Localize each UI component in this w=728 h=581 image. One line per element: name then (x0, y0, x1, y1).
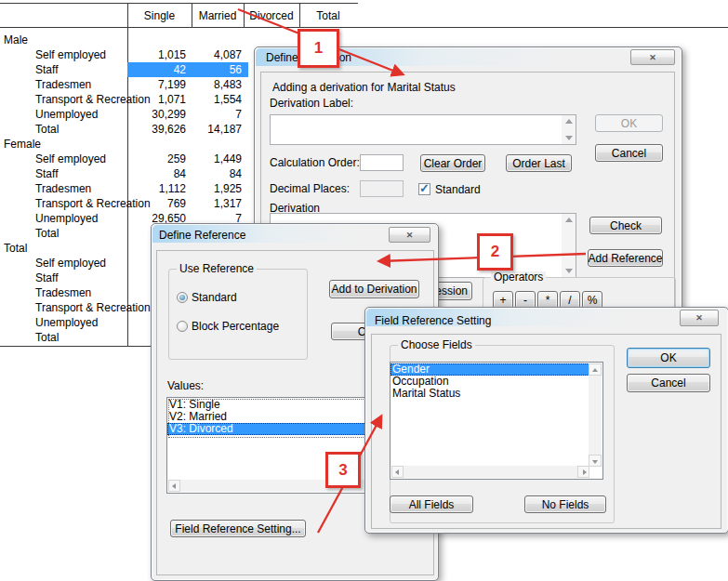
table-cell[interactable]: 7,199 (127, 77, 186, 92)
standard-checkbox[interactable]: ✓ (418, 183, 430, 195)
close-icon[interactable]: ✕ (680, 310, 719, 326)
scroll-left-button[interactable] (391, 466, 404, 478)
derivation-intro-text: Adding a derivation for Marital Status (272, 81, 456, 94)
row-label: Tradesmen (35, 285, 91, 300)
row-label: Unemployed (35, 315, 98, 330)
row-label: Total (35, 226, 59, 241)
table-cell[interactable]: 1,449 (186, 152, 242, 166)
arrow-down-icon (592, 460, 598, 464)
check-button[interactable]: Check (589, 217, 662, 234)
cancel-button[interactable]: Cancel (627, 374, 710, 392)
standard-checkbox-label: Standard (435, 183, 481, 196)
fields-vscrollbar[interactable] (589, 363, 602, 467)
table-cell[interactable]: 7 (186, 107, 242, 122)
callout-2: 2 (477, 233, 513, 271)
table-cell[interactable]: 42 (127, 62, 186, 77)
table-cell[interactable]: 1,925 (186, 181, 242, 196)
column-header-married[interactable]: Married (192, 8, 244, 23)
row-label: Staff (35, 166, 58, 181)
scroll-up-icon (565, 119, 573, 124)
table-cell[interactable]: 769 (127, 196, 186, 211)
scroll-down-button[interactable] (589, 455, 602, 467)
arrow-left-icon (172, 483, 176, 489)
radio-dot-icon (179, 295, 185, 300)
table-cell[interactable]: 30,299 (127, 107, 186, 122)
standard-radio-label: Standard (192, 291, 237, 304)
scroll-down-icon (565, 136, 573, 140)
close-icon[interactable]: ✕ (389, 227, 430, 243)
clear-order-button[interactable]: Clear Order (420, 154, 485, 172)
use-reference-caption: Use Reference (177, 263, 257, 275)
table-cell[interactable]: 14,187 (186, 122, 242, 137)
column-header-single[interactable]: Single (127, 8, 192, 23)
scroll-down-icon (565, 269, 573, 273)
derivation-label-scrollbar[interactable] (562, 115, 576, 144)
checkmark-icon: ✓ (419, 181, 430, 195)
order-last-button[interactable]: Order Last (506, 154, 572, 172)
add-reference-button[interactable]: Add Reference (588, 249, 663, 267)
ok-button[interactable]: OK (595, 114, 663, 132)
app-background: Single Married Divorced Total MaleSelf e… (0, 0, 728, 581)
fields-list-items: GenderOccupationMarital Status (390, 363, 602, 400)
column-header-total[interactable]: Total (299, 8, 357, 23)
table-cell[interactable]: 1,317 (186, 196, 242, 211)
all-fields-button[interactable]: All Fields (390, 495, 473, 513)
table-cell[interactable]: 1,554 (186, 92, 242, 107)
scroll-up-button[interactable] (589, 363, 602, 376)
scroll-right-button[interactable] (577, 466, 589, 478)
row-label: Unemployed (35, 107, 98, 122)
callout-3: 3 (325, 452, 361, 488)
row-label: Self employed (35, 256, 106, 271)
block-percentage-radio[interactable] (177, 321, 188, 332)
table-cell[interactable]: 1,071 (127, 92, 186, 107)
table-cell[interactable]: 84 (186, 166, 242, 181)
table-cell[interactable]: 1,015 (127, 47, 186, 62)
operators-caption: Operators (491, 271, 546, 284)
row-label: Male (4, 33, 28, 47)
no-fields-button[interactable]: No Fields (524, 495, 606, 513)
callout-1: 1 (298, 29, 339, 68)
derivation-label-input[interactable] (270, 114, 576, 145)
table-cell[interactable]: 39,626 (127, 122, 186, 137)
table-cell[interactable]: 1,112 (127, 181, 186, 196)
cancel-button[interactable]: Cancel (595, 144, 663, 162)
table-cell[interactable]: 8,483 (186, 77, 242, 92)
add-to-derivation-button[interactable]: Add to Derivation (329, 280, 419, 298)
row-label: Self employed (35, 152, 106, 166)
column-header-divorced[interactable]: Divorced (244, 8, 299, 23)
table-cell[interactable]: 4,087 (186, 47, 242, 62)
table-cell[interactable]: 259 (127, 152, 186, 166)
arrow-left-icon (395, 469, 399, 475)
table-top-line (0, 3, 358, 4)
row-label: Staff (35, 271, 58, 285)
field-reference-setting-button[interactable]: Field Reference Setting... (170, 520, 306, 537)
use-reference-group: Use Reference (168, 269, 308, 360)
row-label: Female (4, 137, 41, 152)
arrow-right-icon (583, 469, 587, 475)
values-caption: Values: (167, 379, 204, 392)
arrow-up-icon (592, 368, 598, 372)
decimal-places-input[interactable] (360, 180, 404, 197)
derivation-scrollbar[interactable] (562, 214, 576, 277)
row-label: Staff (35, 62, 58, 77)
fields-listbox[interactable]: GenderOccupationMarital Status (390, 362, 603, 480)
fields-list-item[interactable]: Marital Status (390, 388, 589, 400)
standard-radio[interactable] (177, 292, 188, 303)
row-label: Total (35, 122, 59, 137)
row-label: Total (35, 330, 59, 345)
calculation-order-caption: Calculation Order: (270, 156, 360, 169)
row-label: Tradesmen (35, 77, 91, 92)
derivation-label-caption: Derivation Label: (270, 97, 353, 110)
table-cell[interactable]: 84 (127, 166, 186, 181)
calculation-order-input[interactable] (360, 154, 404, 171)
choose-fields-caption: Choose Fields (398, 339, 475, 351)
row-label: Self employed (35, 47, 106, 62)
table-row[interactable]: Male (0, 33, 409, 47)
close-icon[interactable]: ✕ (630, 49, 675, 65)
scroll-left-button[interactable] (168, 480, 180, 492)
fields-hscrollbar[interactable] (391, 466, 589, 478)
decimal-places-caption: Decimal Places: (270, 182, 350, 195)
ok-button[interactable]: OK (627, 348, 710, 368)
scroll-up-icon (565, 218, 573, 222)
table-cell[interactable]: 56 (186, 62, 242, 77)
